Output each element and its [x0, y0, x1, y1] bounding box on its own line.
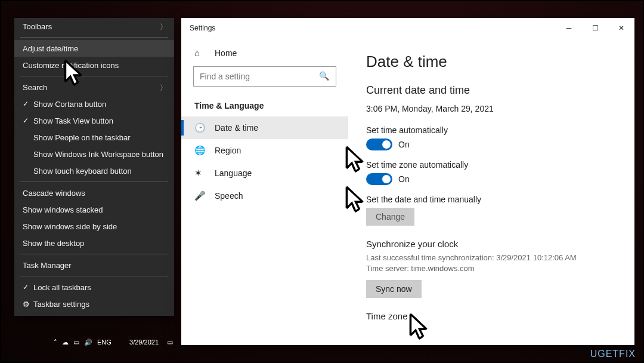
separator [20, 254, 168, 254]
ctx-item-show-task-view[interactable]: ✓ Show Task View button [14, 112, 174, 129]
label-timezone: Time zone [366, 311, 617, 321]
current-datetime-value: 3:06 PM, Monday, March 29, 2021 [366, 104, 617, 113]
label-set-manual: Set the date and time manually [366, 195, 617, 204]
ctx-label: Show Windows Ink Workspace button [33, 150, 163, 159]
ctx-item-show-stacked[interactable]: Show windows stacked [14, 201, 174, 218]
nav-region[interactable]: 🌐 Region [181, 139, 348, 162]
nav-label: Speech [215, 191, 243, 201]
check-icon: ✓ [23, 283, 33, 291]
settings-sidebar: ⌂ Home 🔍 Time & Language 🕒 Date & time 🌐… [181, 38, 348, 345]
ctx-item-toolbars[interactable]: Toolbars 〉 [14, 18, 174, 35]
search-icon: 🔍 [319, 71, 329, 81]
ctx-item-show-people[interactable]: Show People on the taskbar [14, 129, 174, 146]
chevron-up-icon[interactable]: ˄ [54, 339, 57, 346]
onedrive-icon[interactable]: ☁ [62, 339, 69, 346]
chevron-right-icon: 〉 [160, 83, 167, 93]
sync-last-line: Last successful time synchronization: 3/… [366, 253, 617, 263]
taskbar-context-menu: Toolbars 〉 Adjust date/time Customize no… [14, 18, 174, 316]
ctx-label: Lock all taskbars [33, 283, 91, 292]
ctx-item-show-cortana[interactable]: ✓ Show Cortana button [14, 96, 174, 112]
ctx-item-show-ink-workspace[interactable]: Show Windows Ink Workspace button [14, 146, 174, 162]
category-title: Time & Language [181, 93, 348, 116]
check-icon: ✓ [23, 100, 33, 108]
toggle-state: On [398, 174, 410, 184]
taskbar-date: 3/29/2021 [129, 339, 159, 346]
watermark: UGETFIX [590, 349, 636, 359]
separator [20, 37, 168, 38]
nav-label: Date & time [215, 123, 258, 133]
ctx-label: Task Manager [23, 261, 72, 270]
titlebar: Settings ─ ☐ ✕ [181, 18, 634, 38]
minimize-button[interactable]: ─ [556, 19, 582, 37]
settings-content: Date & time Current date and time 3:06 P… [348, 38, 634, 345]
ctx-label: Show touch keyboard button [33, 167, 132, 176]
sync-server-line: Time server: time.windows.com [366, 263, 617, 274]
search-input[interactable] [193, 66, 336, 87]
ctx-item-cascade-windows[interactable]: Cascade windows [14, 184, 174, 201]
taskbar-clock[interactable]: 3/29/2021 [129, 339, 159, 346]
check-icon: ✓ [23, 116, 33, 125]
ctx-item-lock-taskbars[interactable]: ✓ Lock all taskbars [14, 279, 174, 296]
language-indicator[interactable]: ENG [97, 339, 112, 346]
ctx-label: Customize notification icons [23, 61, 119, 70]
ctx-label: Cascade windows [23, 189, 85, 198]
separator [20, 276, 168, 276]
nav-home[interactable]: ⌂ Home [181, 43, 348, 63]
toggle-set-time-auto[interactable] [366, 139, 392, 150]
nav-label: Home [215, 48, 237, 58]
nav-label: Region [215, 146, 241, 155]
ctx-item-show-side-by-side[interactable]: Show windows side by side [14, 218, 174, 235]
label-set-time-auto: Set time automatically [366, 125, 617, 135]
ctx-item-task-manager[interactable]: Task Manager [14, 257, 174, 273]
sync-now-button[interactable]: Sync now [366, 280, 422, 298]
page-title: Date & time [366, 53, 617, 71]
separator [20, 76, 168, 76]
ctx-item-show-touch-keyboard[interactable]: Show touch keyboard button [14, 162, 174, 179]
nav-label: Language [215, 168, 252, 178]
window-title: Settings [190, 24, 215, 32]
chevron-right-icon: 〉 [160, 22, 167, 32]
ctx-item-show-desktop[interactable]: Show the desktop [14, 235, 174, 251]
ctx-label: Show Cortana button [33, 100, 106, 109]
toggle-state: On [398, 140, 410, 149]
ctx-item-adjust-date-time[interactable]: Adjust date/time [14, 40, 174, 57]
nav-date-time[interactable]: 🕒 Date & time [181, 116, 348, 139]
ctx-label: Show windows side by side [23, 222, 117, 231]
taskbar: ˄ ☁ ▭ 🔊 ENG 3/29/2021 ▭ [54, 333, 173, 351]
ctx-label: Search [23, 83, 47, 92]
calendar-clock-icon: 🕒 [194, 122, 205, 133]
ctx-label: Taskbar settings [33, 300, 89, 309]
ctx-label: Adjust date/time [23, 44, 78, 53]
label-set-tz-auto: Set time zone automatically [366, 160, 617, 170]
label-sync-clock: Synchronize your clock [366, 239, 617, 249]
globe-icon: 🌐 [194, 145, 205, 156]
toggle-set-tz-auto[interactable] [366, 173, 392, 185]
action-center-icon[interactable]: ▭ [167, 339, 173, 346]
settings-window: Settings ─ ☐ ✕ ⌂ Home 🔍 Time & Language … [181, 18, 634, 345]
nav-speech[interactable]: 🎤 Speech [181, 184, 348, 207]
nav-language[interactable]: ✶ Language [181, 162, 348, 184]
close-button[interactable]: ✕ [608, 19, 634, 37]
section-current-datetime: Current date and time [366, 84, 617, 97]
ctx-label: Show Task View button [33, 116, 113, 125]
ctx-label: Toolbars [23, 22, 52, 31]
maximize-button[interactable]: ☐ [582, 19, 608, 37]
ctx-label: Show the desktop [23, 239, 84, 248]
microphone-icon: 🎤 [194, 190, 205, 201]
change-button[interactable]: Change [366, 208, 414, 226]
language-icon: ✶ [194, 168, 205, 179]
volume-icon[interactable]: 🔊 [84, 339, 92, 346]
ctx-label: Show windows stacked [23, 205, 103, 214]
ctx-item-taskbar-settings[interactable]: ⚙ Taskbar settings [14, 296, 174, 312]
home-icon: ⌂ [194, 48, 205, 58]
ctx-item-customize-notification-icons[interactable]: Customize notification icons [14, 57, 174, 73]
gear-icon: ⚙ [23, 300, 33, 309]
network-icon[interactable]: ▭ [73, 339, 79, 346]
separator [20, 182, 168, 182]
ctx-item-search[interactable]: Search 〉 [14, 79, 174, 96]
ctx-label: Show People on the taskbar [33, 133, 131, 142]
